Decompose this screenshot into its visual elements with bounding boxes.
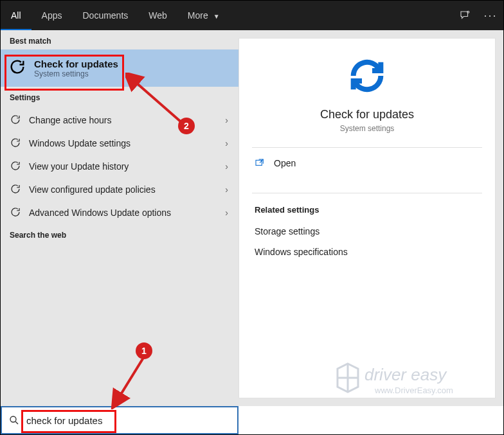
settings-item[interactable]: Advanced Windows Update options › [1,201,239,224]
tab-more-label: More [188,10,208,21]
search-body: Best match Check for updates System sett… [1,30,503,406]
related-settings-header: Related settings [239,193,495,221]
feedback-icon[interactable] [452,1,478,30]
refresh-icon [10,206,21,220]
chevron-right-icon: › [225,115,228,125]
options-button[interactable]: ··· [478,1,503,30]
refresh-icon [10,183,21,197]
settings-item[interactable]: Windows Update settings › [1,132,239,155]
refresh-icon [10,137,21,150]
chevron-right-icon: › [225,138,228,148]
preview-pane: Check for updates System settings Open R… [239,38,496,398]
preview-header: Check for updates System settings [239,39,495,133]
tab-documents[interactable]: Documents [72,1,138,30]
chevron-right-icon: › [225,208,228,218]
open-button[interactable]: Open [239,148,495,179]
best-match-title: Check for updates [34,58,118,69]
chevron-right-icon: › [225,184,228,195]
tab-more[interactable]: More ▼ [177,1,230,30]
preview-subtitle: System settings [340,124,395,133]
settings-item-label: Windows Update settings [29,138,130,148]
svg-point-2 [10,416,16,422]
open-label: Open [274,158,296,168]
refresh-icon [10,114,21,127]
chevron-right-icon: › [225,161,228,172]
refresh-icon [8,58,26,78]
related-setting-item[interactable]: Storage settings [239,221,495,242]
settings-item-label: View your Update history [29,161,129,172]
section-search-web: Search the web [1,224,239,244]
search-icon [8,414,20,426]
more-dots-icon: ··· [483,9,497,22]
results-column: Best match Check for updates System sett… [1,30,239,406]
settings-item[interactable]: View configured update policies › [1,178,239,201]
settings-item-label: Advanced Windows Update options [29,208,171,218]
section-settings: Settings [1,87,239,106]
search-tabbar: All Apps Documents Web More ▼ ··· [1,1,503,30]
tab-apps[interactable]: Apps [32,1,73,30]
refresh-icon [10,160,21,173]
best-match-text: Check for updates System settings [34,58,118,78]
section-best-match: Best match [1,30,239,49]
best-match-item[interactable]: Check for updates System settings [1,49,239,87]
best-match-subtitle: System settings [34,69,118,78]
tab-all[interactable]: All [1,1,32,30]
svg-rect-1 [256,160,262,165]
settings-item-label: View configured update policies [29,184,156,195]
chevron-down-icon: ▼ [213,13,220,20]
open-icon [255,158,265,168]
settings-list: Change active hours › Windows Update set… [1,106,239,224]
related-setting-item[interactable]: Windows specifications [239,242,495,262]
settings-item[interactable]: View your Update history › [1,155,239,178]
settings-item-label: Change active hours [29,115,111,125]
svg-point-0 [467,11,469,13]
settings-item[interactable]: Change active hours › [1,109,239,132]
tab-web[interactable]: Web [138,1,177,30]
search-bar[interactable] [1,406,239,434]
search-input[interactable] [26,415,231,426]
refresh-icon [346,55,388,99]
windows-search-panel: All Apps Documents Web More ▼ ··· Best m… [0,0,504,435]
preview-title: Check for updates [320,108,414,121]
